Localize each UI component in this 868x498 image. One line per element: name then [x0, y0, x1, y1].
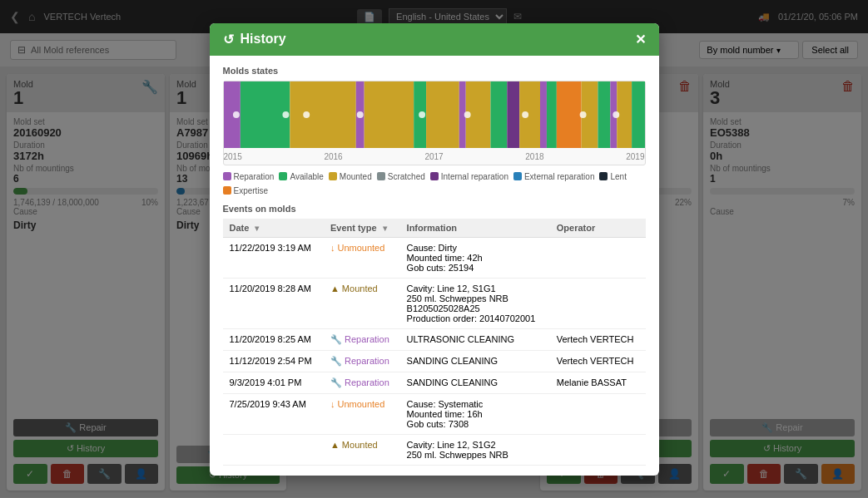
event-operator [550, 434, 646, 465]
svg-point-26 [522, 111, 528, 118]
table-header: Date ▾ Event type ▾ Information Operator [223, 219, 646, 238]
table-row: 11/20/2019 8:28 AM ▲ Mounted Cavity: Lin… [223, 278, 646, 328]
event-operator [550, 237, 646, 278]
legend-external-reparation: External reparation [513, 172, 595, 181]
modal-close-button[interactable]: ✕ [635, 32, 646, 47]
modal-body: Molds states [210, 56, 659, 476]
events-title: Events on molds [223, 204, 646, 214]
svg-point-24 [419, 111, 425, 118]
chart-legend: Reparation Available Mounted Scratched I… [223, 172, 646, 195]
event-type-unmounted: ↓ Unmounted [324, 237, 400, 278]
col-information: Information [400, 219, 550, 238]
chart-title: Molds states [223, 66, 646, 76]
legend-internal-reparation: Internal reparation [430, 172, 508, 181]
svg-point-21 [282, 111, 289, 118]
svg-rect-2 [290, 81, 355, 148]
event-operator: Vertech VERTECH [550, 328, 646, 350]
modal-overlay: ↺ History ✕ Molds states [0, 0, 868, 498]
chart-container: 2015 2016 2017 2018 2019 [223, 81, 646, 165]
event-info: SANDING CLEANING [400, 372, 550, 393]
event-info: Cause: DirtyMounted time: 42hGob cuts: 2… [400, 237, 550, 278]
event-type-unmounted: ↓ Unmounted [324, 393, 400, 434]
svg-rect-19 [632, 81, 645, 148]
event-operator: Vertech VERTECH [550, 350, 646, 372]
svg-rect-14 [556, 81, 581, 148]
event-type-reparation: 🔧 Reparation [324, 372, 400, 393]
date-filter-icon[interactable]: ▾ [255, 224, 259, 233]
event-info: Cavity: Line 12, S1G2250 ml. Schweppes N… [400, 434, 550, 465]
history-modal: ↺ History ✕ Molds states [210, 23, 659, 476]
event-info: Cause: SystematicMounted time: 16hGob cu… [400, 393, 550, 434]
event-date: 11/12/2019 2:54 PM [223, 350, 324, 372]
axis-2019: 2019 [626, 152, 644, 161]
legend-reparation: Reparation [223, 172, 275, 181]
table-row: 11/22/2019 3:19 AM ↓ Unmounted Cause: Di… [223, 237, 646, 278]
svg-point-20 [232, 111, 239, 118]
svg-point-28 [613, 111, 619, 118]
event-date: 9/3/2019 4:01 PM [223, 372, 324, 393]
svg-point-25 [464, 111, 470, 118]
legend-expertise: Expertise [223, 186, 269, 195]
event-type-mounted: ▲ Mounted [324, 278, 400, 328]
svg-rect-12 [539, 81, 546, 148]
history-icon: ↺ [223, 32, 234, 47]
svg-rect-16 [598, 81, 610, 148]
event-date: 11/20/2019 8:28 AM [223, 278, 324, 328]
event-type-reparation: 🔧 Reparation [324, 350, 400, 372]
event-type-reparation: 🔧 Reparation [324, 328, 400, 350]
table-row: 9/3/2019 4:01 PM 🔧 Reparation SANDING CL… [223, 372, 646, 393]
events-table-body: 11/22/2019 3:19 AM ↓ Unmounted Cause: Di… [223, 237, 646, 465]
svg-rect-9 [490, 81, 507, 148]
col-operator: Operator [550, 219, 646, 238]
event-date: 11/20/2019 8:25 AM [223, 328, 324, 350]
event-date: 11/22/2019 3:19 AM [223, 237, 324, 278]
event-operator [550, 393, 646, 434]
svg-point-23 [356, 111, 363, 118]
svg-rect-6 [426, 81, 459, 148]
events-table: Date ▾ Event type ▾ Information Operator… [223, 219, 646, 466]
event-filter-icon[interactable]: ▾ [383, 224, 387, 233]
event-info: Cavity: Line 12, S1G1250 ml. Schweppes N… [400, 278, 550, 328]
axis-2017: 2017 [424, 152, 443, 161]
col-event-type: Event type ▾ [324, 219, 400, 238]
event-operator [550, 278, 646, 328]
svg-rect-13 [546, 81, 556, 148]
col-date: Date ▾ [223, 219, 324, 238]
table-row: 11/12/2019 2:54 PM 🔧 Reparation SANDING … [223, 350, 646, 372]
molds-chart [224, 81, 645, 148]
axis-2018: 2018 [525, 152, 543, 161]
svg-point-27 [579, 111, 586, 118]
legend-scratched: Scratched [377, 172, 425, 181]
svg-rect-10 [507, 81, 519, 148]
modal-header: ↺ History ✕ [210, 23, 659, 56]
legend-available: Available [279, 172, 323, 181]
event-date: 7/25/2019 9:43 AM [223, 393, 324, 434]
event-date [223, 434, 324, 465]
axis-2016: 2016 [324, 152, 342, 161]
event-info: ULTRASONIC CLEANING [400, 328, 550, 350]
table-row: 11/20/2019 8:25 AM 🔧 Reparation ULTRASON… [223, 328, 646, 350]
event-type-mounted: ▲ Mounted [324, 434, 400, 465]
event-info: SANDING CLEANING [400, 350, 550, 372]
chart-axis: 2015 2016 2017 2018 2019 [224, 150, 645, 165]
svg-point-22 [303, 111, 310, 118]
legend-mounted: Mounted [329, 172, 372, 181]
table-row: ▲ Mounted Cavity: Line 12, S1G2250 ml. S… [223, 434, 646, 465]
modal-title: ↺ History [223, 32, 286, 47]
event-operator: Melanie BASSAT [550, 372, 646, 393]
axis-2015: 2015 [224, 152, 242, 161]
legend-lent: Lent [599, 172, 626, 181]
table-row: 7/25/2019 9:43 AM ↓ Unmounted Cause: Sys… [223, 393, 646, 434]
svg-rect-4 [364, 81, 414, 148]
